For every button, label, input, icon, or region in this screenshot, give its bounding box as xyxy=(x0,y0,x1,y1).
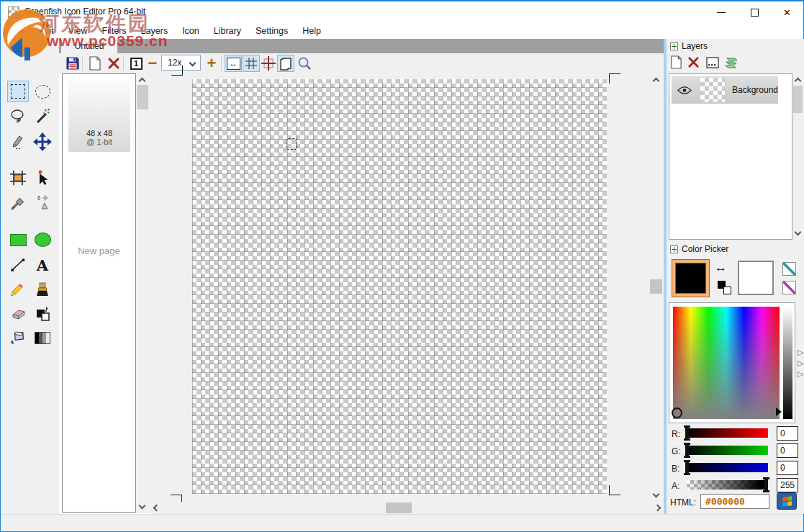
menu-library[interactable]: Library xyxy=(207,24,248,37)
tool-gradient[interactable] xyxy=(32,327,53,348)
page-thumbnail[interactable]: 48 x 48 @ 1-bit xyxy=(68,80,130,152)
panel-arrow-icon[interactable]: ▷ xyxy=(798,359,803,367)
page-number-button[interactable]: 1 xyxy=(127,55,145,72)
expand-icon[interactable] xyxy=(670,42,678,50)
flatten-layers-button[interactable] xyxy=(723,56,739,72)
close-button[interactable]: ✕ xyxy=(771,1,803,23)
layers-scrollbar[interactable] xyxy=(792,73,803,240)
tool-eyedropper[interactable] xyxy=(7,192,29,214)
tool-retouch[interactable] xyxy=(32,192,53,214)
hue-saturation-field[interactable] xyxy=(673,307,780,419)
minimize-button[interactable] xyxy=(705,1,738,23)
scrollbar-thumb[interactable] xyxy=(793,86,803,113)
layer-row-background[interactable]: Background xyxy=(672,76,778,104)
pages-toggle[interactable] xyxy=(277,55,294,72)
grid-toggle[interactable] xyxy=(243,55,260,72)
tool-crop[interactable] xyxy=(7,167,29,189)
menu-layers[interactable]: Layers xyxy=(134,24,176,37)
color-field-marker[interactable] xyxy=(672,407,682,418)
zoom-tool-button[interactable] xyxy=(296,55,313,72)
tool-magic-wand[interactable] xyxy=(32,106,53,127)
scrollbar-thumb[interactable] xyxy=(137,85,148,109)
canvas-vscrollbar[interactable] xyxy=(649,73,664,502)
menu-help[interactable]: Help xyxy=(295,24,328,37)
b-slider[interactable] xyxy=(687,463,768,472)
canvas-hscrollbar[interactable] xyxy=(149,502,664,514)
primary-color-swatch[interactable] xyxy=(672,259,710,297)
fit-window-toggle[interactable]: ↔ xyxy=(225,55,242,72)
expand-icon[interactable] xyxy=(670,245,678,253)
reset-colors-button[interactable] xyxy=(718,281,732,295)
tool-rectangle[interactable] xyxy=(7,229,29,251)
zoom-out-button[interactable]: − xyxy=(144,55,161,72)
title-bar[interactable]: Greenfish Icon Editor Pro 64-bit ✕ xyxy=(1,1,803,23)
scroll-down-button[interactable] xyxy=(136,500,148,512)
a-value[interactable]: 255 xyxy=(777,478,798,492)
r-slider-handle[interactable] xyxy=(685,427,689,439)
new-page-button[interactable] xyxy=(86,55,104,72)
scroll-down-button[interactable] xyxy=(650,488,662,500)
g-slider[interactable] xyxy=(687,446,768,455)
a-slider-handle[interactable] xyxy=(764,479,768,491)
save-button[interactable] xyxy=(64,55,81,72)
windows-logo-icon xyxy=(782,496,792,506)
tool-move[interactable] xyxy=(32,131,53,153)
scroll-right-button[interactable] xyxy=(651,502,664,514)
tool-replace-color[interactable] xyxy=(32,303,53,325)
menu-filters[interactable]: Filters xyxy=(95,24,134,37)
tool-lasso[interactable] xyxy=(7,106,29,127)
g-value[interactable]: 0 xyxy=(777,443,798,458)
tool-select-rectangle[interactable] xyxy=(7,81,29,102)
secondary-color-swatch[interactable] xyxy=(738,261,774,295)
menu-icon[interactable]: Icon xyxy=(175,24,207,37)
r-value[interactable]: 0 xyxy=(777,426,798,441)
pages-scrollbar[interactable] xyxy=(136,73,149,513)
tool-brush[interactable] xyxy=(32,279,53,301)
a-slider[interactable] xyxy=(687,480,768,490)
value-bar-marker[interactable] xyxy=(776,407,782,416)
scrollbar-thumb[interactable] xyxy=(386,502,412,513)
tool-bucket-fill[interactable] xyxy=(7,327,29,348)
tool-pencil-selection[interactable] xyxy=(7,131,29,153)
layers-section-header[interactable]: Layers xyxy=(670,41,708,51)
transparent-secondary-button[interactable] xyxy=(782,281,796,294)
new-page-item[interactable]: New page xyxy=(63,245,135,256)
zoom-in-button[interactable]: + xyxy=(203,55,220,72)
g-slider-handle[interactable] xyxy=(685,444,689,456)
maximize-button[interactable] xyxy=(738,1,771,23)
menu-settings[interactable]: Settings xyxy=(248,24,295,37)
value-bar[interactable] xyxy=(783,307,792,419)
tab-untitled[interactable]: Untitled xyxy=(61,39,117,53)
panel-arrow-icon[interactable]: ▷ xyxy=(798,370,803,378)
b-value[interactable]: 0 xyxy=(777,461,798,475)
menu-file[interactable]: File xyxy=(2,24,31,37)
menu-edit[interactable]: Edit xyxy=(31,24,61,37)
system-color-button[interactable] xyxy=(777,492,797,510)
tool-select-ellipse[interactable] xyxy=(32,81,53,102)
layer-properties-button[interactable] xyxy=(706,57,719,71)
panel-arrow-icon[interactable]: ▷ xyxy=(798,348,803,356)
tool-text[interactable]: A xyxy=(32,254,53,276)
tool-pencil[interactable] xyxy=(7,279,29,301)
scroll-up-button[interactable] xyxy=(650,75,662,87)
delete-page-button[interactable] xyxy=(105,55,122,72)
canvas[interactable] xyxy=(192,79,607,494)
tool-ellipse[interactable] xyxy=(32,229,53,251)
swap-colors-button[interactable]: ↔ xyxy=(715,261,727,275)
layer-delete-button[interactable] xyxy=(687,56,700,71)
scrollbar-thumb[interactable] xyxy=(650,279,662,294)
transparent-primary-button[interactable] xyxy=(782,262,796,276)
tool-eraser[interactable] xyxy=(7,303,29,325)
r-slider[interactable] xyxy=(687,428,768,438)
centerlines-toggle[interactable] xyxy=(260,55,277,72)
scroll-down-button[interactable] xyxy=(792,226,804,238)
tool-hotspot[interactable] xyxy=(32,167,53,189)
layer-new-button[interactable] xyxy=(670,55,682,72)
scroll-left-button[interactable] xyxy=(150,502,163,514)
visibility-eye-icon[interactable] xyxy=(677,86,692,95)
tool-line[interactable] xyxy=(7,254,29,276)
b-slider-handle[interactable] xyxy=(685,461,689,474)
menu-view[interactable]: View xyxy=(61,24,95,37)
html-color-input[interactable] xyxy=(700,494,769,509)
color-picker-section-header[interactable]: Color Picker xyxy=(670,244,728,254)
